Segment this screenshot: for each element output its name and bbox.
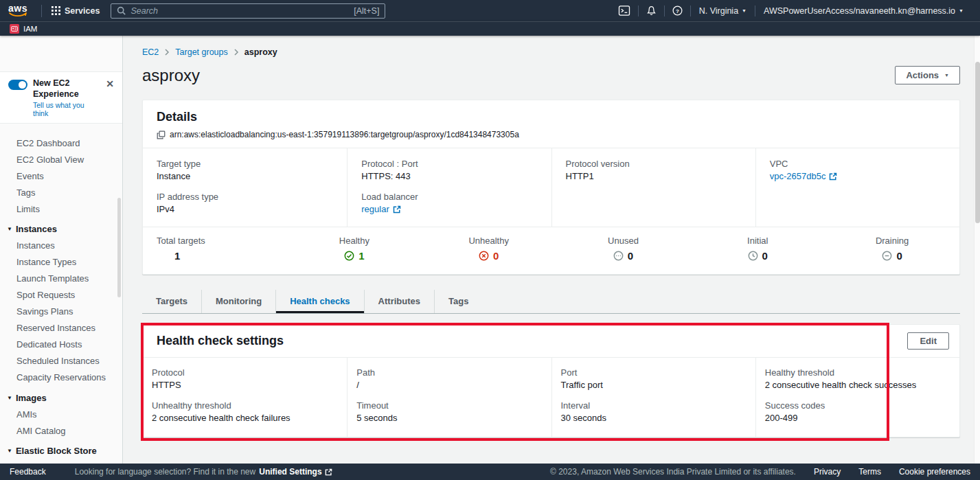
new-experience-toggle[interactable]: [8, 80, 27, 90]
summary-value: 0: [493, 250, 499, 262]
link-label: vpc-2657db5c: [770, 171, 826, 181]
sidebar-item-reserved-instances[interactable]: Reserved Instances: [0, 320, 122, 336]
actions-button[interactable]: Actions ▼: [895, 66, 960, 84]
favorites-bar: IAM: [0, 21, 980, 36]
breadcrumb: EC2 Target groups asproxy: [142, 36, 960, 57]
load-balancer-link[interactable]: regular: [361, 204, 400, 214]
sidebar-item-launch-templates[interactable]: Launch Templates: [0, 271, 122, 287]
scrollbar-thumb[interactable]: [975, 62, 980, 223]
footer-right: © 2023, Amazon Web Services India Privat…: [550, 467, 970, 477]
sidebar-item-ami-catalog[interactable]: AMI Catalog: [0, 422, 122, 439]
sidebar-item-ec2-dashboard[interactable]: EC2 Dashboard: [0, 135, 122, 151]
summary-value: 1: [358, 250, 364, 262]
draining-minus-icon: [882, 251, 892, 261]
aws-logo[interactable]: aws: [8, 5, 27, 17]
help-button[interactable]: ?: [665, 5, 690, 16]
field-label: Healthy threshold: [765, 367, 951, 378]
sidebar-item-tags[interactable]: Tags: [0, 184, 122, 201]
sidebar-item-limits[interactable]: Limits: [0, 201, 122, 217]
services-label: Services: [65, 6, 100, 16]
chevron-down-icon: ▼: [742, 8, 747, 13]
account-label: AWSPowerUserAccess/navaneeth.kn@harness.…: [764, 6, 955, 16]
field-path: Path /: [356, 367, 543, 390]
sidebar-item-scheduled-instances[interactable]: Scheduled Instances: [0, 353, 122, 369]
sidebar-item-events[interactable]: Events: [0, 168, 122, 184]
sidebar-item-ec2-global-view[interactable]: EC2 Global View: [0, 151, 122, 168]
field-timeout: Timeout 5 seconds: [356, 400, 543, 423]
window-scrollbar[interactable]: [974, 36, 980, 464]
sidebar-item-spot-requests[interactable]: Spot Requests: [0, 287, 122, 304]
field-label: Success codes: [765, 400, 951, 411]
tab-tags[interactable]: Tags: [434, 290, 482, 313]
field-label: Load balancer: [361, 192, 537, 202]
account-menu[interactable]: AWSPowerUserAccess/navaneeth.kn@harness.…: [755, 6, 972, 16]
tab-targets[interactable]: Targets: [142, 290, 201, 313]
field-label: Port: [561, 367, 747, 378]
field-label: Protocol : Port: [361, 159, 537, 169]
nav-divider: [41, 5, 42, 17]
page-header: asproxy Actions ▼: [142, 66, 960, 85]
copy-icon[interactable]: [157, 130, 166, 139]
field-value: 2 consecutive health check successes: [765, 380, 951, 390]
sidebar-item-instance-types[interactable]: Instance Types: [0, 254, 122, 271]
actions-button-label: Actions: [906, 70, 939, 80]
tab-health-checks[interactable]: Health checks: [275, 290, 363, 313]
details-column-3: Protocol version HTTP1: [551, 148, 755, 227]
services-menu-button[interactable]: Services: [49, 6, 102, 16]
sidebar-item-amis[interactable]: AMIs: [0, 406, 122, 422]
breadcrumb-chevron-icon: [164, 49, 170, 56]
global-search[interactable]: [Alt+S]: [111, 3, 385, 19]
field-unhealthy-threshold: Unhealthy threshold 2 consecutive health…: [152, 400, 339, 423]
arn-value: arn:aws:elasticloadbalancing:us-east-1:3…: [170, 130, 519, 139]
field-ip-address-type: IP address type IPv4: [157, 192, 333, 214]
field-protocol-version: Protocol version HTTP1: [566, 159, 742, 181]
svg-text:?: ?: [676, 8, 679, 14]
tab-attributes[interactable]: Attributes: [364, 290, 434, 313]
tab-monitoring[interactable]: Monitoring: [201, 290, 275, 313]
sidebar-item-dedicated-hosts[interactable]: Dedicated Hosts: [0, 336, 122, 353]
sidebar-item-savings-plans[interactable]: Savings Plans: [0, 304, 122, 320]
page-title: asproxy: [142, 66, 200, 85]
edit-button-label: Edit: [920, 336, 937, 346]
sidebar-item-instances[interactable]: Instances: [0, 238, 122, 254]
cookie-preferences-link[interactable]: Cookie preferences: [899, 467, 970, 477]
breadcrumb-current: asproxy: [244, 47, 277, 57]
search-input[interactable]: [130, 6, 349, 16]
feedback-link[interactable]: Feedback: [10, 467, 46, 477]
services-grid-icon: [52, 6, 60, 15]
healthy-check-icon: [344, 251, 354, 261]
summary-value: 0: [628, 250, 633, 262]
section-label: Elastic Block Store: [16, 446, 97, 456]
unhealthy-x-icon: [479, 251, 489, 261]
region-selector[interactable]: N. Virginia ▼: [691, 6, 755, 16]
sidebar-scrollbar[interactable]: [117, 198, 121, 297]
summary-unhealthy: Unhealthy 0: [422, 236, 556, 264]
breadcrumb-ec2[interactable]: EC2: [142, 47, 159, 57]
close-icon[interactable]: ✕: [104, 78, 115, 89]
cloudshell-button[interactable]: [611, 5, 638, 16]
search-icon: [117, 6, 126, 15]
edit-button[interactable]: Edit: [907, 332, 949, 350]
terms-link[interactable]: Terms: [858, 467, 881, 477]
vpc-link[interactable]: vpc-2657db5c: [770, 171, 838, 181]
field-success-codes: Success codes 200-499: [765, 400, 951, 423]
favorite-iam-link[interactable]: IAM: [23, 25, 37, 33]
breadcrumb-target-groups[interactable]: Target groups: [175, 47, 227, 57]
iam-service-icon: [10, 24, 19, 34]
notifications-button[interactable]: [639, 5, 664, 16]
sidebar-section-elastic-block-store[interactable]: ▼ Elastic Block Store: [0, 439, 122, 459]
field-label: IP address type: [157, 192, 333, 202]
sidebar-section-instances[interactable]: ▼ Instances: [0, 217, 122, 238]
unified-settings-link[interactable]: Unified Settings: [259, 467, 332, 477]
section-caret-icon: ▼: [7, 395, 12, 401]
sidebar-item-capacity-reservations[interactable]: Capacity Reservations: [0, 369, 122, 386]
aws-smile-icon: [9, 12, 27, 17]
summary-draining: Draining 0: [825, 236, 959, 264]
summary-value: 0: [762, 250, 768, 262]
tell-us-link[interactable]: Tell us what you think: [33, 101, 99, 117]
details-column-2: Protocol : Port HTTPS: 443 Load balancer…: [347, 148, 551, 227]
privacy-link[interactable]: Privacy: [814, 467, 841, 477]
summary-healthy: Healthy 1: [287, 236, 422, 264]
health-check-column-2: Path / Timeout 5 seconds: [347, 358, 551, 437]
sidebar-section-images[interactable]: ▼ Images: [0, 386, 122, 407]
